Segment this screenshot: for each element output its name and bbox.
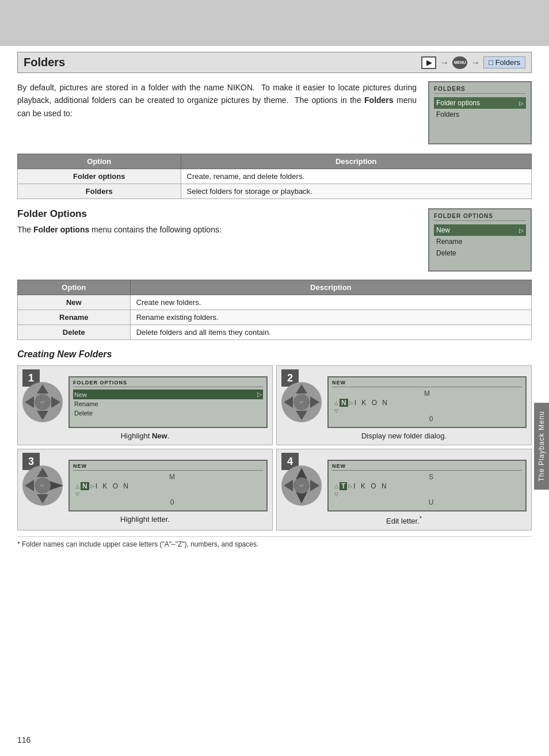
step-2-down-row: ▽ [334,408,520,414]
step-3-lcd-title: NEW [73,463,263,471]
step-1-dpad: ↩ [22,382,63,422]
intro-text-block: By default, pictures are stored in a fol… [17,81,417,144]
table-row: New Create new folders. [18,295,532,310]
step-1-screen: FOLDER OPTIONS New▷ Rename Delete [68,376,268,428]
lcd-item-new: New ▷ [434,224,526,236]
folder-options-title: Folder Options [17,208,417,220]
step-3-chars: I K O N [96,482,130,490]
table1-header-description: Description [181,154,532,169]
creating-title: Creating New Folders [17,349,532,360]
step-2-char-row: △ N ▷ I K O N [334,399,520,407]
step-1-item-rename: Rename [73,399,263,408]
step-2-screen: NEW M △ N ▷ I K O N ▽ 0 [327,376,527,428]
section-title: Folders [24,56,65,69]
step-1-item-new: New▷ [73,390,263,399]
lcd-folders-title: FOLDERS [434,86,526,94]
step-4-current-char: T [340,482,347,490]
step-1-inner: ↩ FOLDER OPTIONS New▷ Rename Delete [22,376,268,428]
step-2-char-above: M [332,390,522,398]
section-title-bar: Folders ▶ → MENU → □ Folders [17,52,532,73]
step-3-screen: NEW M △ N ▷ I K O N ▽ 0 [68,460,268,511]
page-number: 116 [17,735,30,744]
lcd-item-delete: Delete [434,247,526,259]
step-3-inner: ↩ NEW M △ N ▷ I K O N [22,460,268,511]
step-4-inner: ↩ NEW S △ T ▷ I K O N [281,460,527,511]
step-4-char-row: △ T ▷ I K O N [334,482,520,490]
table2-option-delete: Delete [18,325,131,340]
folders-lcd-screen: FOLDERS Folder options ▷ Folders [428,81,532,144]
folder-options-lcd-screen: FOLDER OPTIONS New ▷ Rename Delete [428,208,532,272]
step-3-box: 3 ↩ NEW M [17,449,273,530]
step-1-caption: Highlight New. [22,432,268,440]
step-3-lcd: NEW M △ N ▷ I K O N ▽ 0 [68,460,268,511]
step-1-box: 1 ↩ FOLDER OPTIONS [17,365,273,445]
step-2-dpad: ↩ [281,382,322,422]
folder-options-screen-box: FOLDER OPTIONS New ▷ Rename Delete [428,208,532,272]
step-2-chars: I K O N [354,399,389,407]
play-icon: ▶ [421,56,436,69]
intro-section: By default, pictures are stored in a fol… [17,81,532,144]
step-2-box: 2 ↩ NEW M [276,365,532,445]
dpad-center-icon: ↩ [35,394,51,410]
top-header [0,0,549,46]
dpad-center-icon: ↩ [293,478,310,494]
step-2-caption: Display new folder dialog. [281,432,527,440]
nav-arrow2: → [471,58,480,68]
lcd-folder-options-title: FOLDER OPTIONS [434,213,526,221]
table1-option-2: Folders [18,184,181,199]
dpad-center-icon: ↩ [293,394,310,410]
folders-option-table: Option Description Folder options Create… [17,154,532,199]
folder-options-section: Folder Options The Folder options menu c… [17,208,532,272]
nav-arrow1: → [440,58,449,68]
step-4-lcd-title: NEW [332,463,522,471]
folder-options-table: Option Description New Create new folder… [17,280,532,340]
step-4-down-row: ▽ [334,491,520,497]
folder-options-paragraph: The Folder options menu contains the fol… [17,223,417,236]
table2-desc-rename: Rename existing folders. [130,310,531,325]
table-row: Folder options Create, rename, and delet… [18,169,532,184]
table2-option-new: New [18,295,131,310]
lcd-item-folder-options: Folder options ▷ [434,97,526,109]
step-3-caption: Highlight letter. [22,515,268,524]
table1-desc-2: Select folders for storage or playback. [181,184,532,199]
nav-breadcrumb: ▶ → MENU → □ Folders [421,56,525,69]
sidebar-tab: The Playback Menu [534,403,549,490]
step-4-char-below: U [332,498,522,506]
folder-options-text: Folder Options The Folder options menu c… [17,208,417,272]
table-row: Folders Select folders for storage or pl… [18,184,532,199]
step-3-char-above: M [73,473,263,481]
step-1-lcd: FOLDER OPTIONS New▷ Rename Delete [68,376,268,428]
step-4-caption: Edit letter.* [281,515,527,525]
step-2-char-below: 0 [332,415,522,423]
table2-header-description: Description [130,280,531,295]
lcd-item-folders: Folders [434,109,526,120]
intro-paragraph: By default, pictures are stored in a fol… [17,81,417,120]
dpad-center-icon: ↩ [35,478,51,494]
table-row: Delete Delete folders and all items they… [18,325,532,340]
table2-desc-new: Create new folders. [130,295,531,310]
table1-header-option: Option [18,154,181,169]
steps-grid: 1 ↩ FOLDER OPTIONS [17,365,532,530]
table1-desc-1: Create, rename, and delete folders. [181,169,532,184]
step-3-char-below: 0 [73,498,263,506]
step-1-item-delete: Delete [73,408,263,418]
step-2-lcd: NEW M △ N ▷ I K O N ▽ 0 [327,376,527,428]
step-4-char-above: S [332,473,522,481]
table1-option-1: Folder options [18,169,181,184]
step-3-char-row: △ N ▷ I K O N [75,482,261,490]
folders-screen-box: FOLDERS Folder options ▷ Folders [428,81,532,144]
table2-header-option: Option [18,280,131,295]
step-4-screen: NEW S △ T ▷ I K O N ▽ U [327,460,527,511]
menu-icon: MENU [452,56,467,69]
step-4-chars: I K O N [353,482,388,490]
step-2-current-char: N [340,399,348,407]
step-4-lcd: NEW S △ T ▷ I K O N ▽ U [327,460,527,511]
step-3-down-row: ▽ [75,491,261,497]
step-2-lcd-title: NEW [332,380,522,387]
footnote: * Folder names can include upper case le… [17,536,532,548]
step-3-dpad: ↩ [22,465,63,506]
step-4-dpad: ↩ [281,465,322,506]
step-3-current-char: N [81,482,89,490]
lcd-item-rename: Rename [434,236,526,247]
step-4-box: 4 ↩ NEW S [276,449,532,530]
